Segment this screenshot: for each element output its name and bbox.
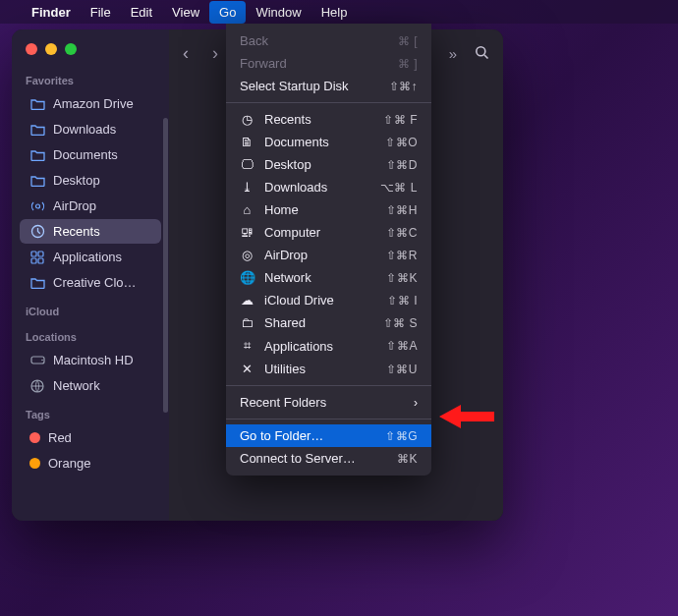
search-icon[interactable]: [475, 45, 489, 62]
menu-item-home[interactable]: ⌂ Home ⇧⌘H: [226, 198, 431, 221]
sidebar-item-label: Orange: [48, 456, 90, 471]
menu-item-icloud-drive[interactable]: ☁ iCloud Drive ⇧⌘ I: [226, 289, 431, 311]
home-icon: ⌂: [240, 202, 254, 217]
airdrop-icon: [29, 199, 45, 213]
menubar-item-help[interactable]: Help: [311, 1, 358, 24]
menu-separator: [226, 419, 431, 420]
zoom-window-button[interactable]: [65, 43, 77, 55]
svg-point-0: [35, 204, 39, 208]
sidebar-item-label: Red: [48, 430, 72, 445]
sidebar-item-amazon-drive[interactable]: Amazon Drive: [20, 91, 161, 116]
menubar-app-name[interactable]: Finder: [22, 1, 81, 24]
finder-sidebar: Favorites Amazon Drive Downloads Documen…: [12, 29, 169, 521]
sidebar-item-label: Macintosh HD: [53, 353, 134, 367]
airdrop-icon: ◎: [240, 248, 254, 262]
wrench-icon: ✕: [240, 362, 254, 376]
go-menu: Back ⌘ [ Forward ⌘ ] Select Startup Disk…: [226, 24, 431, 476]
sidebar-item-applications[interactable]: Applications: [20, 245, 161, 269]
menu-item-shared[interactable]: 🗀 Shared ⇧⌘ S: [226, 311, 431, 334]
forward-button[interactable]: ›: [212, 43, 218, 64]
folder-icon: [29, 98, 45, 110]
sidebar-item-label: Desktop: [53, 173, 100, 188]
grid-icon: [29, 251, 45, 264]
sidebar-tag-red[interactable]: Red: [20, 425, 161, 450]
tag-orange-icon: [29, 458, 40, 469]
menu-item-computer[interactable]: 🖳 Computer ⇧⌘C: [226, 221, 431, 244]
chevron-right-icon: ›: [414, 396, 418, 410]
menubar-item-file[interactable]: File: [81, 1, 121, 24]
menu-item-network[interactable]: 🌐 Network ⇧⌘K: [226, 266, 431, 289]
grid-icon: ⌗: [240, 338, 254, 354]
svg-rect-3: [38, 252, 43, 256]
menu-item-utilities[interactable]: ✕ Utilities ⇧⌘U: [226, 358, 431, 380]
menubar-item-view[interactable]: View: [162, 1, 209, 24]
menu-item-recents[interactable]: ◷ Recents ⇧⌘ F: [226, 108, 431, 131]
sidebar-item-creative-cloud[interactable]: Creative Clo…: [20, 270, 161, 295]
folder-icon: [29, 277, 45, 289]
menubar-item-go[interactable]: Go: [209, 1, 246, 24]
svg-point-7: [41, 360, 43, 362]
sidebar-item-label: Documents: [53, 147, 118, 162]
menubar-item-window[interactable]: Window: [246, 1, 311, 24]
more-toolbar-button[interactable]: »: [449, 45, 457, 62]
sidebar-item-macintosh-hd[interactable]: Macintosh HD: [20, 348, 161, 372]
window-controls: [12, 43, 169, 65]
menubar-item-edit[interactable]: Edit: [121, 1, 162, 24]
computer-icon: 🖳: [240, 225, 254, 240]
folder-icon: [29, 149, 45, 161]
folder-icon: [29, 124, 45, 136]
menu-item-airdrop[interactable]: ◎ AirDrop ⇧⌘R: [226, 244, 431, 266]
menu-item-recent-folders[interactable]: Recent Folders ›: [226, 391, 431, 414]
download-icon: ⤓: [240, 180, 254, 195]
menu-separator: [226, 102, 431, 103]
cloud-icon: ☁: [240, 293, 254, 308]
sidebar-item-label: AirDrop: [53, 198, 96, 213]
svg-rect-2: [31, 252, 36, 256]
menubar: Finder File Edit View Go Window Help: [0, 0, 678, 24]
clock-icon: ◷: [240, 112, 254, 127]
menu-item-desktop[interactable]: 🖵 Desktop ⇧⌘D: [226, 153, 431, 176]
menu-item-applications[interactable]: ⌗ Applications ⇧⌘A: [226, 334, 431, 358]
sidebar-item-label: Creative Clo…: [53, 275, 137, 290]
sidebar-item-label: Amazon Drive: [53, 96, 134, 111]
svg-point-9: [477, 46, 485, 55]
sidebar-item-downloads[interactable]: Downloads: [20, 117, 161, 141]
sidebar-item-label: Network: [53, 378, 100, 393]
menu-item-go-to-folder[interactable]: Go to Folder… ⇧⌘G: [226, 424, 431, 447]
sidebar-section-tags: Tags: [12, 399, 169, 424]
disk-icon: [29, 355, 45, 365]
svg-rect-4: [31, 258, 36, 263]
back-button[interactable]: ‹: [183, 43, 189, 64]
tag-red-icon: [29, 432, 40, 443]
globe-icon: 🌐: [240, 270, 254, 285]
minimize-window-button[interactable]: [45, 43, 57, 55]
menu-separator: [226, 385, 431, 386]
folder-icon: [29, 175, 45, 187]
menu-item-select-startup-disk[interactable]: Select Startup Disk ⇧⌘↑: [226, 75, 431, 97]
shared-folder-icon: 🗀: [240, 315, 254, 330]
sidebar-item-label: Recents: [53, 224, 100, 239]
sidebar-section-favorites: Favorites: [12, 65, 169, 90]
document-icon: 🗎: [240, 135, 254, 149]
clock-icon: [29, 224, 45, 239]
sidebar-item-label: Applications: [53, 250, 122, 264]
sidebar-item-airdrop[interactable]: AirDrop: [20, 194, 161, 218]
sidebar-scrollbar[interactable]: [163, 118, 168, 413]
sidebar-item-recents[interactable]: Recents: [20, 219, 161, 244]
close-window-button[interactable]: [26, 43, 37, 55]
svg-rect-5: [38, 258, 43, 263]
globe-icon: [29, 379, 45, 393]
sidebar-item-documents[interactable]: Documents: [20, 142, 161, 167]
menu-item-downloads[interactable]: ⤓ Downloads ⌥⌘ L: [226, 176, 431, 198]
sidebar-section-locations: Locations: [12, 321, 169, 347]
menu-item-forward: Forward ⌘ ]: [226, 52, 431, 75]
annotation-arrow-icon: [437, 403, 496, 430]
desktop-icon: 🖵: [240, 157, 254, 172]
sidebar-item-label: Downloads: [53, 122, 116, 137]
menu-item-back: Back ⌘ [: [226, 29, 431, 52]
sidebar-item-desktop[interactable]: Desktop: [20, 168, 161, 193]
menu-item-connect-to-server[interactable]: Connect to Server… ⌘K: [226, 447, 431, 470]
menu-item-documents[interactable]: 🗎 Documents ⇧⌘O: [226, 131, 431, 153]
sidebar-tag-orange[interactable]: Orange: [20, 451, 161, 476]
sidebar-item-network[interactable]: Network: [20, 373, 161, 398]
